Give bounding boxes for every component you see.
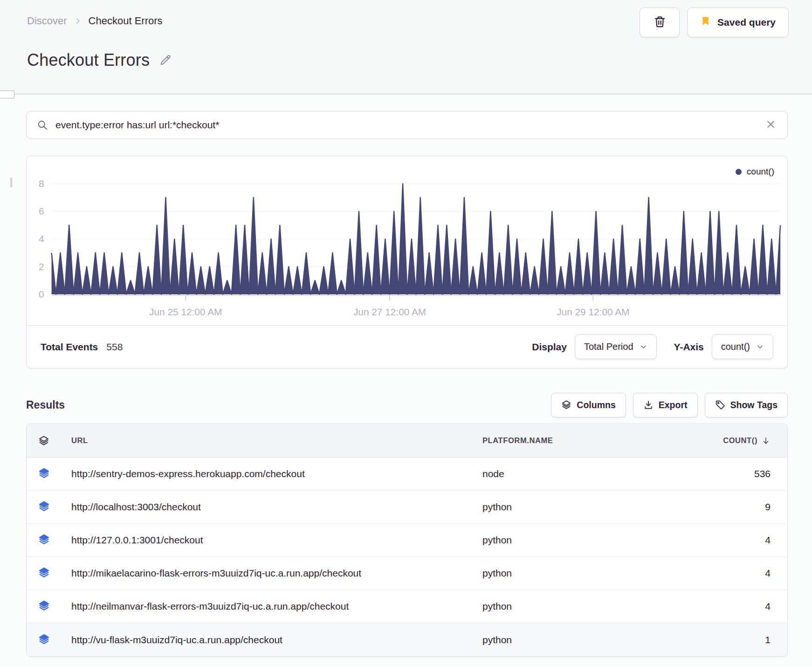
row-icon-cell <box>27 534 61 547</box>
layers-icon <box>561 400 571 410</box>
layers-icon <box>38 633 50 646</box>
row-icon-cell <box>27 567 61 580</box>
chart-panel: count() 02468Jun 25 12:00 AMJun 27 12:00… <box>26 156 788 368</box>
row-url: http://vu-flask-m3uuizd7iq-uc.a.run.app/… <box>61 634 482 646</box>
legend-label: count() <box>747 167 774 177</box>
table-row[interactable]: http://vu-flask-m3uuizd7iq-uc.a.run.app/… <box>27 623 787 656</box>
header-actions: Saved query <box>640 7 789 37</box>
title-row: Checkout Errors <box>27 50 174 70</box>
total-events-label: Total Events <box>41 341 98 353</box>
row-count: 4 <box>648 601 787 612</box>
total-events-value: 558 <box>106 341 123 353</box>
discover-page: Discover Checkout Errors Saved query Che… <box>0 0 812 667</box>
chart-svg: 02468Jun 25 12:00 AMJun 27 12:00 AMJun 2… <box>27 177 787 325</box>
table-header-row: URL PLATFORM.NAME COUNT() <box>27 424 787 458</box>
row-icon-cell <box>27 600 61 613</box>
results-actions: Columns Export Show Tags <box>551 393 788 417</box>
delete-query-button[interactable] <box>640 7 680 37</box>
main-content: count() 02468Jun 25 12:00 AMJun 27 12:00… <box>0 111 812 657</box>
edge-tab <box>0 90 14 98</box>
svg-text:6: 6 <box>39 206 44 216</box>
table-header-icon-cell <box>27 435 61 446</box>
row-url: http://sentry-demos-express.herokuapp.co… <box>61 468 482 479</box>
header-url[interactable]: URL <box>61 436 482 445</box>
chart-controls: Display Total Period Y-Axis count() <box>532 334 773 359</box>
yaxis-dropdown-value: count() <box>721 341 750 352</box>
layers-icon <box>38 467 50 480</box>
table-row[interactable]: http://neilmanvar-flask-errors-m3uuizd7i… <box>27 590 787 623</box>
show-tags-button[interactable]: Show Tags <box>705 393 788 417</box>
yaxis-dropdown[interactable]: count() <box>712 334 773 359</box>
export-button[interactable]: Export <box>633 393 698 417</box>
row-count: 9 <box>648 501 787 513</box>
page-title: Checkout Errors <box>27 50 150 70</box>
row-platform: python <box>482 601 648 612</box>
results-heading: Results <box>26 399 65 411</box>
svg-text:Jun 29 12:00 AM: Jun 29 12:00 AM <box>557 306 629 317</box>
columns-button[interactable]: Columns <box>551 393 626 417</box>
results-table-body: http://sentry-demos-express.herokuapp.co… <box>27 458 787 656</box>
chart-legend: count() <box>736 167 774 177</box>
chevron-down-icon <box>640 343 647 351</box>
header-count-label: COUNT() <box>723 436 757 445</box>
results-table: URL PLATFORM.NAME COUNT() http://sentry-… <box>26 424 788 657</box>
drag-handle <box>10 177 12 188</box>
row-platform: python <box>482 568 648 579</box>
header-platform[interactable]: PLATFORM.NAME <box>482 436 648 445</box>
search-icon <box>37 119 48 131</box>
row-url: http://neilmanvar-flask-errors-m3uuizd7i… <box>61 601 482 612</box>
sort-desc-icon <box>761 436 771 445</box>
page-header: Discover Checkout Errors Saved query Che… <box>0 0 812 94</box>
layers-icon <box>38 500 50 514</box>
table-row[interactable]: http://localhost:3003/checkout python 9 <box>27 491 787 524</box>
row-layers-button[interactable] <box>38 633 50 646</box>
tag-icon <box>715 400 725 410</box>
svg-text:4: 4 <box>39 233 44 244</box>
edit-title-button[interactable] <box>157 51 174 69</box>
show-tags-label: Show Tags <box>730 400 778 410</box>
table-row[interactable]: http://sentry-demos-express.herokuapp.co… <box>27 458 787 491</box>
export-label: Export <box>659 400 688 410</box>
trash-icon <box>654 15 666 29</box>
table-row[interactable]: http://127.0.0.1:3001/checkout python 4 <box>27 524 787 557</box>
search-bar <box>26 111 788 139</box>
row-layers-button[interactable] <box>38 534 50 547</box>
layers-icon <box>38 567 50 580</box>
row-url: http://127.0.0.1:3001/checkout <box>61 535 482 546</box>
chart-footer: Total Events 558 Display Total Period Y-… <box>27 325 787 368</box>
row-layers-button[interactable] <box>38 567 50 580</box>
row-count: 4 <box>648 568 787 579</box>
saved-query-button[interactable]: Saved query <box>687 7 789 37</box>
row-icon-cell <box>27 633 61 646</box>
row-layers-button[interactable] <box>38 500 50 514</box>
svg-text:2: 2 <box>39 261 44 272</box>
clear-search-button[interactable] <box>764 118 777 132</box>
row-url: http://localhost:3003/checkout <box>61 501 482 513</box>
row-count: 1 <box>648 634 787 646</box>
row-layers-button[interactable] <box>38 600 50 613</box>
svg-text:0: 0 <box>39 289 44 299</box>
chevron-down-icon <box>756 343 764 351</box>
display-dropdown[interactable]: Total Period <box>575 334 657 359</box>
row-url: http://mikaelacarino-flask-errors-m3uuiz… <box>61 568 482 579</box>
download-icon <box>643 400 654 410</box>
row-layers-button[interactable] <box>38 467 50 480</box>
layers-icon <box>38 600 50 613</box>
search-input[interactable] <box>55 119 758 131</box>
layers-icon <box>38 435 49 446</box>
display-label: Display <box>532 341 567 353</box>
row-platform: node <box>482 468 648 479</box>
header-count[interactable]: COUNT() <box>648 436 787 445</box>
table-row[interactable]: http://mikaelacarino-flask-errors-m3uuiz… <box>27 557 787 590</box>
svg-text:Jun 25 12:00 AM: Jun 25 12:00 AM <box>149 306 222 317</box>
display-dropdown-value: Total Period <box>584 341 633 352</box>
results-header-row: Results Columns Export <box>26 392 788 418</box>
chevron-right-icon <box>74 17 82 25</box>
svg-text:Jun 27 12:00 AM: Jun 27 12:00 AM <box>353 306 426 317</box>
columns-label: Columns <box>577 400 615 410</box>
layers-icon <box>38 534 50 547</box>
breadcrumb-current: Checkout Errors <box>89 15 163 27</box>
close-icon <box>765 119 776 131</box>
svg-text:8: 8 <box>39 178 44 189</box>
breadcrumb-discover-link[interactable]: Discover <box>27 15 67 27</box>
